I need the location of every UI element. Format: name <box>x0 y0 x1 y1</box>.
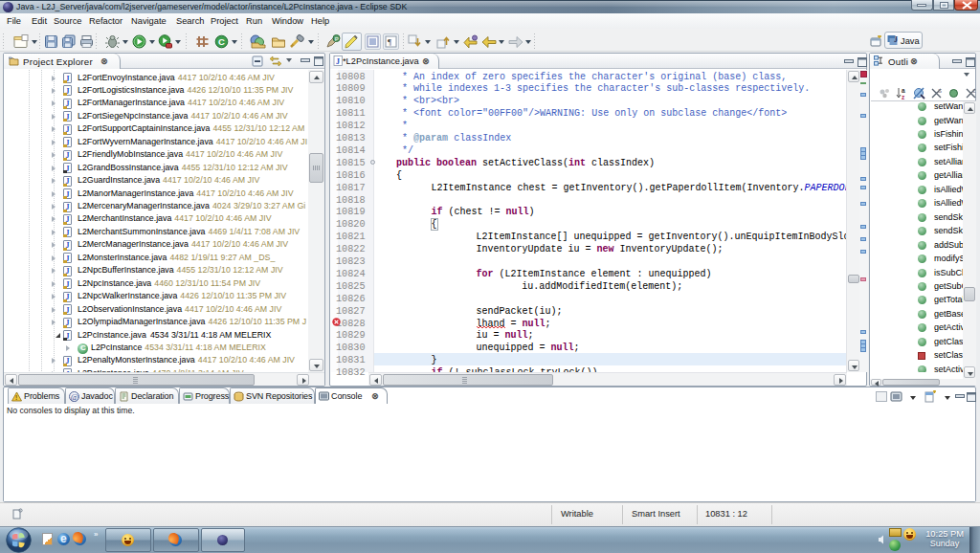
svg-text:J: J <box>894 35 898 44</box>
svg-text:L: L <box>973 88 977 94</box>
svg-text:S: S <box>938 88 942 94</box>
svg-text:@: @ <box>71 392 78 402</box>
svg-text:J: J <box>336 57 340 66</box>
svg-text:C: C <box>218 36 225 47</box>
svg-text:¶: ¶ <box>388 37 391 47</box>
svg-text:z: z <box>902 94 905 100</box>
svg-text:!: ! <box>15 394 17 401</box>
svg-text:P: P <box>335 36 339 42</box>
